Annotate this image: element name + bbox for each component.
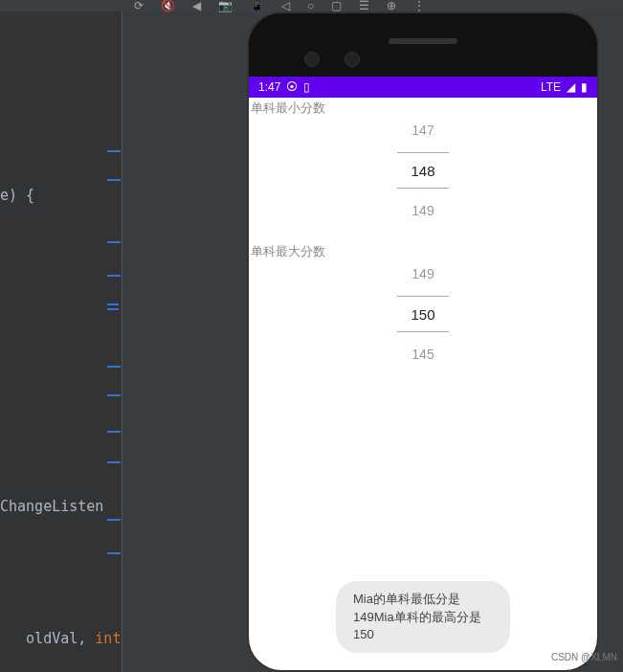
network-label: LTE (541, 80, 561, 94)
toolbar-icon[interactable]: ⟳ (134, 0, 144, 12)
gutter-mark (107, 179, 121, 181)
picker-next-value[interactable]: 149 (412, 203, 434, 218)
device-top-bezel (249, 13, 597, 77)
app-screen[interactable]: 单科最小分数 147 148 149 单科最大分数 149 150 145 Mi… (249, 98, 597, 672)
gutter-mark (107, 552, 121, 554)
picker-divider (397, 296, 449, 297)
camera-icon (304, 52, 320, 67)
picker-divider (397, 188, 449, 189)
toast-message: Mia的单科最低分是149Mia单科的最高分是150 (336, 581, 510, 653)
gutter-mark (107, 366, 121, 368)
status-bar: 1:47 ⦿ ▯ LTE ◢ ▮ (249, 77, 597, 98)
picker-selected-value[interactable]: 148 (411, 163, 434, 179)
toolbar-icon[interactable]: 📷 (218, 0, 233, 12)
editor-gutter (0, 11, 122, 672)
picker-selected-value[interactable]: 150 (411, 306, 434, 323)
gutter-mark (107, 241, 121, 243)
gutter-mark (107, 431, 121, 433)
picker-divider (397, 331, 449, 332)
debug-icon: ⦿ (286, 80, 298, 94)
code-line: oldVal, int (0, 613, 121, 647)
gutter-mark (107, 519, 121, 521)
toolbar-icon[interactable]: 🔇 (161, 0, 175, 12)
picker-divider (397, 152, 449, 153)
gutter-mark (107, 275, 121, 277)
max-score-label: 单科最大分数 (249, 241, 597, 260)
picker-prev-value[interactable]: 149 (412, 266, 434, 281)
toolbar-icon[interactable]: ◀ (192, 0, 201, 12)
signal-icon: ◢ (567, 80, 575, 94)
ide-toolbar: ⟳ 🔇 ◀ 📷 📱 ◁ ○ ▢ ☰ ⊕ ⋮ (0, 0, 623, 11)
min-score-picker[interactable]: 147 148 149 (249, 117, 597, 241)
scrollbar[interactable] (598, 222, 599, 260)
picker-next-value[interactable]: 145 (412, 347, 434, 362)
gutter-mark (107, 394, 121, 396)
picker-prev-value[interactable]: 147 (412, 123, 434, 138)
card-icon: ▯ (303, 80, 310, 94)
camera-icon (345, 52, 360, 67)
toolbar-icon[interactable]: 📱 (250, 0, 264, 12)
device-frame: 1:47 ⦿ ▯ LTE ◢ ▮ 单科最小分数 147 148 149 单科最大… (247, 11, 599, 672)
code-param: oldVal (17, 630, 78, 647)
gutter-mark (107, 461, 121, 463)
max-score-picker[interactable]: 149 150 145 (249, 260, 597, 385)
code-sep: , (78, 630, 95, 647)
watermark-text: CSDN @XLMN (551, 652, 617, 662)
code-line: e) { (0, 187, 34, 204)
speaker-grill (389, 38, 457, 44)
code-keyword: int (95, 630, 121, 647)
min-score-label: 单科最小分数 (249, 98, 597, 117)
status-time: 1:47 (258, 80, 280, 94)
code-line: ChangeListen (0, 498, 103, 515)
battery-icon: ▮ (581, 80, 588, 94)
gutter-mark (107, 303, 119, 310)
gutter-mark (107, 150, 121, 152)
